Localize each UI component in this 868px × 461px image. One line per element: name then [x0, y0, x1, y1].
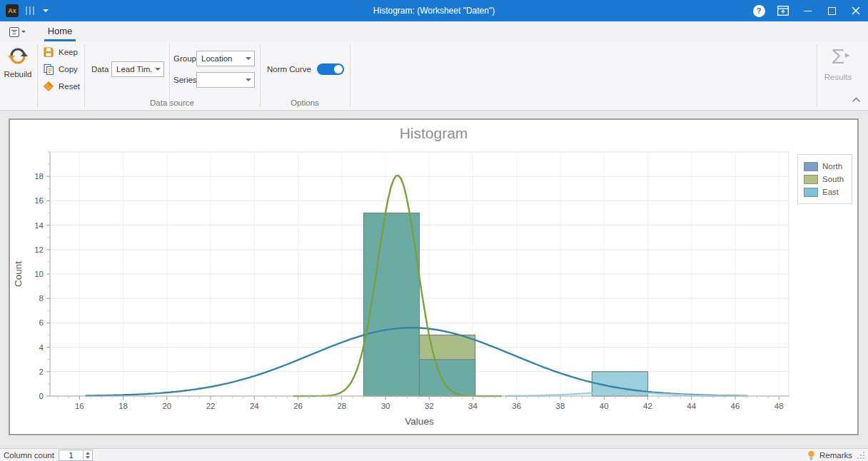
series-field-label: Series — [173, 76, 197, 84]
sigma-results-icon: Σ — [832, 44, 845, 69]
keep-button[interactable]: Keep — [43, 45, 78, 59]
histogram-chart: 1618202224262830323436384042444648024681… — [10, 120, 857, 434]
reset-button[interactable]: Reset — [43, 79, 80, 93]
copy-icon — [43, 64, 54, 75]
y-tick-label: 18 — [34, 172, 44, 181]
lightbulb-icon — [807, 450, 815, 460]
x-tick-label: 16 — [75, 402, 84, 410]
save-icon — [43, 46, 54, 58]
x-tick-label: 28 — [337, 402, 346, 410]
maximize-icon — [828, 7, 836, 15]
y-tick-label: 8 — [39, 294, 44, 303]
chevron-down-icon — [21, 31, 26, 33]
x-tick-label: 24 — [250, 402, 259, 410]
window-title: Histogram: (Worksheet "Daten") — [0, 0, 868, 21]
x-tick-label: 22 — [206, 402, 216, 410]
norm-curve-toggle[interactable] — [317, 64, 344, 75]
ribbon-display-options-icon — [777, 6, 789, 16]
x-tick-label: 30 — [381, 402, 390, 410]
ribbon-tab-row: Home — [0, 21, 868, 41]
x-tick-label: 38 — [556, 402, 565, 410]
x-axis-title: Values — [405, 416, 434, 427]
resize-grip-icon[interactable] — [857, 451, 865, 460]
histogram-bar-north — [420, 360, 475, 396]
x-tick-label: 18 — [118, 402, 128, 410]
y-tick-label: 6 — [39, 318, 44, 327]
legend-label: North — [822, 162, 842, 171]
legend-swatch — [804, 162, 818, 171]
x-tick-label: 34 — [468, 402, 478, 410]
chevron-down-icon — [243, 57, 254, 60]
data-field-label: Data — [91, 65, 108, 74]
legend-label: East — [822, 188, 839, 196]
chevron-down-icon — [243, 78, 254, 81]
minimize-icon — [804, 11, 812, 11]
title-bar: Ax Histogram: (Worksheet "Daten") ? — [0, 0, 868, 21]
chart-title: Histogram — [10, 125, 857, 142]
close-icon — [852, 6, 860, 15]
application-menu-icon — [9, 27, 19, 37]
column-count-spinner[interactable]: 1 — [59, 450, 93, 461]
legend-swatch — [804, 175, 818, 184]
x-tick-label: 32 — [425, 402, 434, 410]
column-count-label: Column count — [4, 451, 54, 460]
y-tick-label: 0 — [39, 392, 44, 400]
application-menu-button[interactable] — [6, 24, 29, 39]
legend-swatch — [804, 188, 818, 197]
x-tick-label: 44 — [687, 402, 696, 410]
series-combobox[interactable] — [196, 72, 255, 88]
chevron-down-icon — [152, 68, 163, 71]
norm-curve-label: Norm Curve — [267, 65, 311, 74]
spinner-down-icon[interactable] — [86, 456, 90, 459]
group-field-label: Group — [173, 54, 196, 63]
content-area: 1618202224262830323436384042444648024681… — [0, 111, 868, 448]
rebuild-icon — [7, 45, 29, 66]
results-button[interactable]: Σ Results — [821, 44, 855, 100]
legend-item-east: East — [804, 186, 852, 198]
y-tick-label: 12 — [34, 245, 44, 254]
legend-item-north: North — [804, 160, 852, 173]
x-tick-label: 40 — [600, 402, 609, 410]
legend-label: South — [822, 175, 844, 183]
app-window: Ax Histogram: (Worksheet "Daten") ? — [0, 0, 868, 461]
minimize-button[interactable] — [795, 0, 819, 21]
y-tick-label: 2 — [39, 368, 44, 376]
y-tick-label: 4 — [39, 343, 44, 352]
chart-panel: 1618202224262830323436384042444648024681… — [9, 118, 859, 435]
y-axis-title: Count — [13, 261, 24, 287]
group-caption-options: Options — [260, 98, 350, 107]
status-bar: Column count 1 Remarks — [0, 448, 868, 461]
y-tick-label: 16 — [34, 196, 44, 205]
column-count-value: 1 — [59, 450, 83, 460]
copy-button[interactable]: Copy — [43, 62, 78, 76]
legend-item-south: South — [804, 173, 852, 186]
x-tick-label: 46 — [731, 402, 740, 410]
help-button[interactable]: ? — [747, 0, 771, 21]
tab-home[interactable]: Home — [44, 21, 76, 41]
x-tick-label: 42 — [643, 402, 652, 410]
group-combobox[interactable]: Location — [196, 51, 255, 66]
x-tick-label: 36 — [512, 402, 521, 410]
maximize-button[interactable] — [819, 0, 844, 21]
chart-legend: NorthSouthEast — [797, 154, 852, 204]
help-icon: ? — [753, 5, 765, 17]
data-combobox[interactable]: Lead Tim... — [111, 61, 164, 77]
collapse-ribbon-chevron-up-icon[interactable] — [852, 97, 861, 103]
remarks-label[interactable]: Remarks — [819, 451, 852, 460]
spinner-up-icon[interactable] — [86, 452, 90, 455]
x-tick-label: 20 — [162, 402, 171, 410]
ribbon: Rebuild Keep Copy — [0, 41, 868, 111]
reset-eraser-icon — [43, 81, 54, 92]
group-caption-data-source: Data source — [84, 98, 260, 107]
close-button[interactable] — [844, 0, 868, 21]
ribbon-display-options-button[interactable] — [771, 0, 795, 21]
y-tick-label: 10 — [34, 270, 44, 278]
y-tick-label: 14 — [34, 221, 44, 230]
x-tick-label: 26 — [293, 402, 303, 410]
rebuild-button[interactable]: Rebuild — [2, 45, 34, 78]
toggle-knob — [334, 65, 343, 74]
x-tick-label: 48 — [774, 402, 784, 410]
